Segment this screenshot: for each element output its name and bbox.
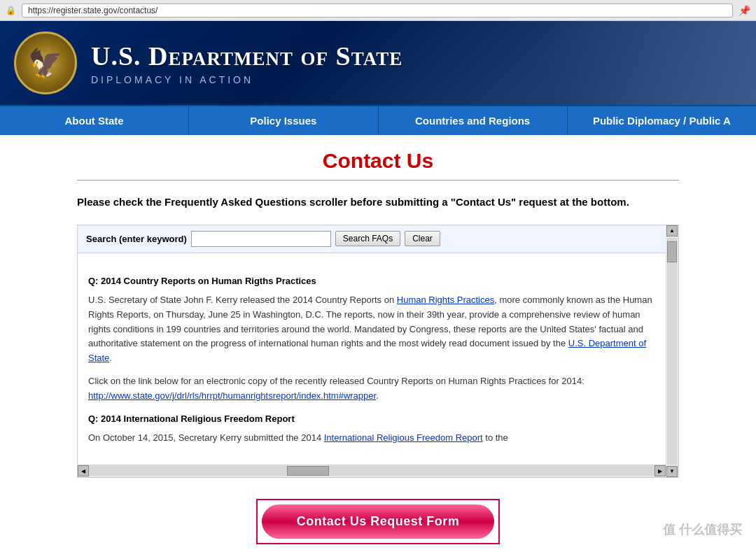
faq-container: Search (enter keyword) Search FAQs Clear…: [77, 225, 679, 478]
nav-policy-issues[interactable]: Policy Issues: [189, 106, 378, 135]
search-input[interactable]: [191, 231, 331, 247]
faq-question-1: Q: 2014 Country Reports on Human Rigths …: [88, 274, 655, 288]
search-label: Search (enter keyword): [86, 234, 187, 244]
human-rights-link[interactable]: Human Rights Practices: [397, 295, 494, 305]
faq-answer-1b: Click on the link below for an electroni…: [88, 374, 655, 404]
faq-main-column: Search (enter keyword) Search FAQs Clear…: [78, 225, 666, 477]
contact-us-request-button[interactable]: Contact Us Request Form: [262, 504, 495, 539]
url-bar[interactable]: https://register.state.gov/contactus/: [22, 3, 733, 17]
scroll-right-btn[interactable]: ▶: [654, 465, 666, 476]
search-faqs-button[interactable]: Search FAQs: [335, 231, 400, 246]
irfr-link[interactable]: International Religious Freedom Report: [324, 432, 483, 443]
hrrpt-link[interactable]: http://www.state.gov/j/drl/rls/hrrpt/hum…: [88, 390, 376, 401]
scroll-down-btn[interactable]: ▼: [666, 466, 678, 477]
contact-btn-wrapper: Contact Us Request Form: [256, 499, 500, 544]
site-header: 🦅 U.S. Department of State DIPLOMACY IN …: [0, 21, 756, 105]
contact-btn-area: Contact Us Request Form: [77, 499, 679, 544]
pin-icon: 📌: [738, 5, 750, 16]
header-text-block: U.S. Department of State DIPLOMACY IN AC…: [91, 41, 402, 85]
site-subtitle: DIPLOMACY IN ACTION: [91, 74, 402, 85]
page-content: Contact Us Please check the Frequently A…: [49, 135, 707, 552]
scroll-up-btn[interactable]: ▲: [666, 225, 678, 236]
v-scroll-track[interactable]: [667, 238, 677, 465]
intro-text: Please check the Frequently Asked Questi…: [77, 194, 679, 211]
dos-link[interactable]: U.S. Department of State: [88, 338, 646, 363]
browser-bar: 🔒 https://register.state.gov/contactus/ …: [0, 0, 756, 21]
lock-icon: 🔒: [6, 6, 16, 15]
h-scroll-track[interactable]: [89, 466, 654, 476]
scroll-left-btn[interactable]: ◀: [78, 465, 89, 476]
title-divider: [77, 180, 679, 181]
main-navigation: About State Policy Issues Countries and …: [0, 105, 756, 135]
watermark: 值 什么值得买: [663, 521, 742, 538]
h-scroll-thumb[interactable]: [287, 466, 329, 476]
search-row: Search (enter keyword) Search FAQs Clear: [78, 225, 666, 253]
horizontal-scrollbar[interactable]: ◀ ▶: [78, 465, 666, 477]
faq-answer-1a: U.S. Secretary of State John F. Kerry re…: [88, 293, 655, 366]
faq-inner: Q: 2014 Country Reports on Human Rigths …: [78, 264, 666, 465]
nav-countries-regions[interactable]: Countries and Regions: [379, 106, 568, 135]
nav-public-diplomacy[interactable]: Public Diplomacy / Public A: [568, 106, 756, 135]
site-title: U.S. Department of State: [91, 41, 402, 71]
faq-question-2: Q: 2014 International Religious Freedom …: [88, 412, 655, 426]
clear-button[interactable]: Clear: [405, 231, 440, 246]
faq-answer-2: On October 14, 2015, Secretary Kerry sub…: [88, 431, 655, 446]
header-seal: 🦅: [14, 31, 77, 94]
nav-about-state[interactable]: About State: [0, 106, 189, 135]
vertical-scrollbar[interactable]: ▲ ▼: [666, 225, 678, 477]
page-title: Contact Us: [77, 149, 679, 173]
v-scroll-thumb[interactable]: [667, 241, 677, 262]
